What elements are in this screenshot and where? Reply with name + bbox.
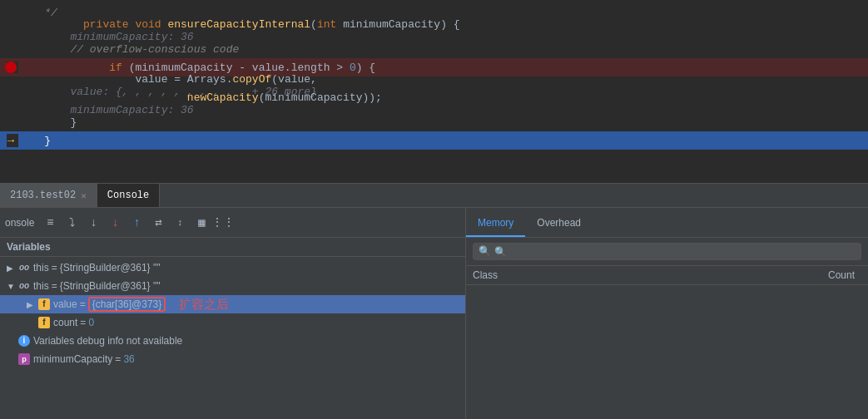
- var-name-mc: minimumCapacity: [33, 353, 112, 365]
- var-name-value: value: [53, 298, 77, 310]
- toolbar-grid-btn[interactable]: ▦: [192, 214, 211, 232]
- tab-memory[interactable]: Memory: [466, 210, 525, 237]
- var-item-debug-info: ▶ i Variables debug info not available: [0, 332, 465, 350]
- type-badge-f-count: f: [38, 317, 50, 328]
- expand-arrow-this-collapsed: ▶: [7, 264, 15, 273]
- expand-spacer: ▶: [7, 337, 15, 346]
- code-line-8: → }: [0, 131, 868, 150]
- type-badge-p-mc: p: [18, 353, 30, 365]
- toolbar-step-over-btn[interactable]: ↓: [84, 214, 102, 232]
- line-gutter-4: [7, 62, 18, 73]
- line-gutter-8: →: [7, 134, 18, 147]
- variables-title: Variables: [7, 241, 51, 253]
- tab-memory-label: Memory: [478, 217, 513, 229]
- toolbar-more-btn[interactable]: ⋮⋮: [214, 214, 232, 232]
- code-line-2: private void ensureCapacityInternal(int …: [0, 22, 868, 40]
- variables-header: Variables: [0, 238, 465, 257]
- expand-arrow-count: ▶: [27, 318, 35, 328]
- tab-test02-label: 2103.test02: [10, 190, 76, 201]
- expand-arrow-mc: ▶: [7, 355, 15, 364]
- var-value-value: {char[36]@373}: [88, 297, 166, 312]
- memory-table-body: [466, 285, 868, 419]
- memory-panel: Memory Overhead 🔍 Class Count: [466, 208, 868, 419]
- var-name-this-1: this: [33, 262, 49, 274]
- toolbar-step-out-btn[interactable]: ↓: [106, 214, 124, 232]
- expand-arrow-this-expanded: ▼: [7, 282, 15, 291]
- search-box[interactable]: 🔍: [473, 243, 861, 260]
- code-line-7: }: [0, 113, 868, 131]
- type-badge-f-value: f: [38, 298, 50, 310]
- var-equals-count: =: [80, 317, 86, 328]
- annotation-text: 扩容之后: [179, 297, 229, 313]
- var-item-minimumcapacity[interactable]: ▶ p minimumCapacity = 36: [0, 350, 465, 368]
- memory-table-header: Class Count: [466, 266, 868, 285]
- var-equals-mc: =: [115, 353, 121, 365]
- var-name-count: count: [53, 317, 77, 328]
- var-item-value[interactable]: ▶ f value = {char[36]@373} 扩容之后: [0, 295, 465, 313]
- memory-tabs: Memory Overhead: [466, 208, 868, 238]
- var-value-this-2: {StringBuilder@361} "": [60, 280, 161, 292]
- toolbar-expand-btn[interactable]: ↕: [171, 214, 189, 232]
- tab-overhead-label: Overhead: [537, 217, 581, 229]
- memory-search-area: 🔍: [466, 238, 868, 266]
- tab-test02-close[interactable]: ✕: [81, 190, 87, 201]
- var-equals-1: =: [52, 262, 57, 274]
- var-item-count[interactable]: ▶ f count = 0: [0, 313, 465, 332]
- toolbar-step-up-btn[interactable]: ↑: [127, 214, 146, 232]
- bottom-panel: onsole ≡ ⤵ ↓ ↓ ↑ ⇄ ↕ ▦ ⋮⋮ Variables ▶ oo…: [0, 208, 868, 419]
- code-line-6: newCapacity(minimumCapacity)); minimumCa…: [0, 95, 868, 113]
- var-item-this-expanded[interactable]: ▼ oo this = {StringBuilder@361} "": [0, 277, 465, 295]
- code-line-9: [0, 150, 868, 168]
- toolbar-swap-btn[interactable]: ⇄: [149, 214, 167, 232]
- memory-search-input[interactable]: [494, 246, 856, 258]
- tab-bar: 2103.test02 ✕ Console: [0, 183, 868, 208]
- variables-panel: onsole ≡ ⤵ ↓ ↓ ↑ ⇄ ↕ ▦ ⋮⋮ Variables ▶ oo…: [0, 208, 466, 419]
- expand-arrow-value: ▶: [27, 300, 35, 309]
- var-value-count: 0: [88, 317, 94, 328]
- variables-list: ▶ oo this = {StringBuilder@361} "" ▼ oo …: [0, 257, 465, 419]
- toolbar-restore-btn[interactable]: ⤵: [62, 214, 81, 232]
- col-count-header: Count: [795, 269, 861, 281]
- tab-console[interactable]: Console: [97, 184, 160, 207]
- breakpoint-icon: [5, 62, 17, 73]
- col-class-header: Class: [473, 269, 795, 281]
- type-badge-oo-2: oo: [18, 280, 30, 292]
- execution-arrow-icon: →: [7, 134, 14, 147]
- var-item-this-collapsed[interactable]: ▶ oo this = {StringBuilder@361} "": [0, 259, 465, 277]
- toolbar-menu-btn[interactable]: ≡: [41, 214, 59, 232]
- console-label: onsole: [5, 217, 34, 229]
- code-editor: */ private void ensureCapacityInternal(i…: [0, 0, 868, 183]
- debug-info-text: Variables debug info not available: [33, 335, 182, 347]
- info-icon: i: [18, 335, 30, 347]
- var-equals-value: =: [80, 298, 86, 310]
- tab-console-label: Console: [107, 190, 149, 201]
- var-equals-2: =: [52, 280, 57, 292]
- var-value-this-1: {StringBuilder@361} "": [60, 262, 161, 274]
- panel-toolbar: onsole ≡ ⤵ ↓ ↓ ↑ ⇄ ↕ ▦ ⋮⋮: [0, 208, 465, 238]
- var-name-this-2: this: [33, 280, 49, 292]
- tab-test02[interactable]: 2103.test02 ✕: [0, 184, 97, 207]
- type-badge-oo-1: oo: [18, 262, 30, 274]
- search-icon: 🔍: [479, 245, 491, 258]
- tab-overhead[interactable]: Overhead: [525, 210, 593, 237]
- var-value-mc: 36: [123, 353, 134, 365]
